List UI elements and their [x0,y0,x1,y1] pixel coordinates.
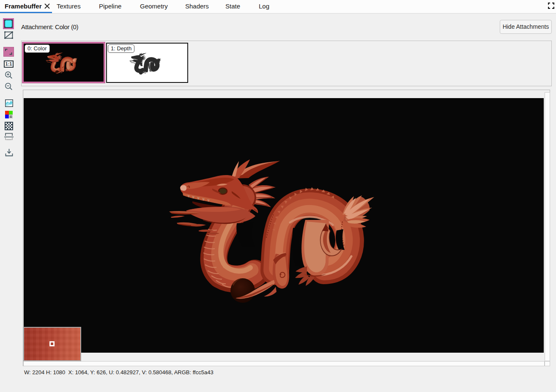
svg-text:A: A [10,115,12,118]
